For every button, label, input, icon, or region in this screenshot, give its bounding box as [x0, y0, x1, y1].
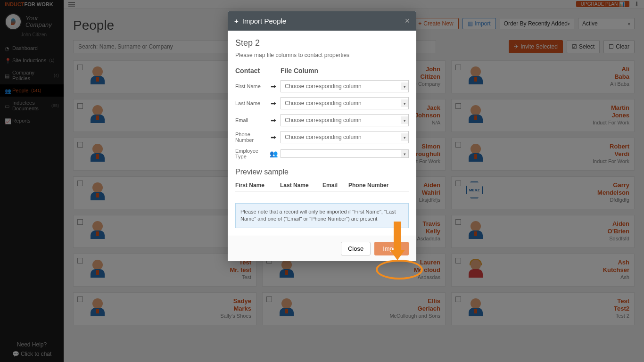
arrow-right-icon: ➡ — [266, 133, 281, 141]
map-row-phone: PhoneNumber ➡ Choose corresponding colum… — [235, 131, 409, 143]
modal-header: Import People × — [228, 11, 416, 31]
map-row-email: Email ➡ Choose corresponding column — [235, 114, 409, 126]
import-people-modal: Import People × Step 2 Please map file c… — [228, 11, 416, 261]
arrow-right-icon: ➡ — [266, 82, 281, 90]
close-button[interactable]: Close — [341, 242, 371, 255]
column-contact-header: Contact — [235, 67, 281, 74]
phone-column-select[interactable]: Choose corresponding column — [281, 131, 409, 143]
step-title: Step 2 — [235, 38, 409, 48]
firstname-column-select[interactable]: Choose corresponding column — [281, 80, 409, 92]
column-file-header: File Column — [281, 67, 318, 74]
map-row-lastname: Last Name ➡ Choose corresponding column — [235, 97, 409, 109]
arrow-right-icon: ➡ — [266, 99, 281, 107]
map-row-firstname: First Name ➡ Choose corresponding column — [235, 80, 409, 92]
map-row-employee-type: EmployeeType 👥 — [235, 148, 409, 159]
step-description: Please map file columns to contact prope… — [235, 52, 409, 58]
annotation-arrow — [393, 222, 402, 259]
annotation-circle — [376, 260, 423, 280]
employee-type-select[interactable] — [281, 149, 409, 158]
lastname-column-select[interactable]: Choose corresponding column — [281, 97, 409, 109]
email-column-select[interactable]: Choose corresponding column — [281, 114, 409, 126]
preview-sample-title: Preview sample — [235, 168, 409, 176]
arrow-right-icon: ➡ — [266, 116, 281, 124]
preview-table-header: First Name Last Name Email Phone Number — [235, 182, 409, 192]
import-note: Please note that a record will only be i… — [235, 203, 409, 228]
modal-footer: Close Import — [228, 236, 416, 261]
users-icon: 👥 — [266, 150, 281, 157]
modal-close-button[interactable]: × — [405, 16, 410, 26]
plus-icon — [234, 17, 239, 25]
modal-title: Import People — [242, 17, 286, 25]
